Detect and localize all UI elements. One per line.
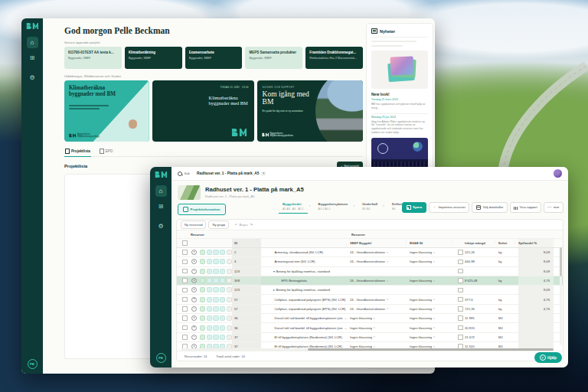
row-flag-checkbox[interactable] — [458, 269, 463, 274]
tab-projektlista[interactable]: Projektlista — [64, 147, 91, 157]
sbef-dropdown[interactable]: ▾ — [350, 289, 410, 292]
horizontal-scrollbar[interactable] — [181, 348, 554, 351]
link-icon[interactable] — [213, 250, 218, 255]
search-control[interactable]: Sök — [178, 172, 190, 176]
row-flag-checkbox[interactable] — [458, 250, 463, 255]
note-icon[interactable] — [220, 306, 225, 312]
duplicate-icon[interactable] — [207, 259, 212, 264]
sbef-dropdown[interactable]: 24 - Grundkonstruktioner ▾ — [350, 279, 410, 283]
scrollbar-thumb[interactable] — [560, 247, 562, 276]
table-row[interactable]: 57 Cellplast, expanderad polystyren (EPS… — [177, 295, 563, 304]
link-icon[interactable] — [213, 269, 218, 274]
history-clock-icon[interactable] — [191, 269, 197, 274]
project-card[interactable]: Klimatberäkning Byggnader, SBEF — [125, 47, 182, 69]
bsab-dropdown[interactable]: Ingen klassning ▾ — [410, 298, 456, 302]
column-qty[interactable]: Inköpt mängd — [465, 241, 498, 245]
duplicate-icon[interactable] — [207, 325, 212, 331]
row-flag-checkbox[interactable] — [458, 315, 463, 321]
phase-step[interactable]: Underhåll B2-B4 — [358, 201, 381, 213]
duplicate-icon[interactable] — [207, 250, 212, 255]
sbef-dropdown[interactable]: 24 - Grundkonstruktioner ▾ — [350, 250, 410, 254]
row-flag-checkbox[interactable] — [458, 306, 463, 312]
row-checkbox[interactable] — [182, 297, 188, 302]
bsab-dropdown[interactable]: Ingen klassning ▾ — [410, 307, 456, 311]
link-icon[interactable] — [213, 287, 218, 292]
toolbar-button[interactable]: Importera resurser — [429, 202, 470, 213]
sbef-dropdown[interactable]: Ingen klassning ▾ — [350, 316, 410, 320]
scrollbar-thumb[interactable] — [308, 348, 554, 351]
column-sbef[interactable]: SBEF Byggdel — [350, 241, 410, 245]
bsab-dropdown[interactable]: Ingen klassning ▾ — [410, 335, 456, 339]
settings-gear-icon[interactable]: ⚙ — [27, 72, 38, 83]
link-icon[interactable] — [213, 278, 218, 283]
history-clock-icon[interactable] — [191, 325, 197, 331]
table-row[interactable]: 57 Cellplast, expanderad polystyren (EPS… — [177, 305, 563, 314]
row-checkbox[interactable] — [182, 306, 188, 312]
more-row-icon[interactable] — [227, 287, 232, 292]
row-checkbox[interactable] — [182, 278, 188, 283]
row-flag-checkbox[interactable] — [458, 260, 463, 265]
add-comment-icon[interactable] — [200, 335, 205, 340]
projects-grid-icon[interactable]: ⊞ — [27, 52, 38, 64]
more-row-icon[interactable] — [227, 297, 232, 302]
history-clock-icon[interactable] — [191, 297, 197, 302]
more-row-icon[interactable] — [227, 325, 232, 331]
note-icon[interactable] — [220, 278, 225, 283]
table-row[interactable]: 36 Diesel inkl std bioinbl. till byggarb… — [177, 323, 563, 332]
column-unit[interactable]: Enhet — [498, 241, 518, 245]
history-clock-icon[interactable] — [191, 335, 197, 340]
sbef-dropdown[interactable]: Ingen klassning ▾ — [350, 326, 410, 330]
row-flag-checkbox[interactable] — [458, 335, 463, 340]
link-icon[interactable] — [213, 325, 218, 331]
note-icon[interactable] — [220, 325, 225, 331]
account-avatar[interactable] — [554, 169, 562, 178]
undo-button[interactable]: Ångra — [235, 223, 247, 227]
phase-step[interactable]: Byggskedet A1-A3 A4 A5.1 — [279, 201, 308, 214]
add-comment-icon[interactable] — [200, 269, 205, 274]
duplicate-icon[interactable] — [207, 278, 212, 283]
table-row[interactable]: 308 EPD Betongplatta 24 - Grundkonstrukt… — [177, 276, 563, 286]
projektinformation-button[interactable]: Projektinformation — [178, 204, 226, 215]
more-row-icon[interactable] — [227, 306, 232, 312]
add-comment-icon[interactable] — [200, 287, 205, 292]
select-all-checkbox[interactable] — [182, 240, 188, 246]
toolbar-button[interactable]: Välj datakällor — [472, 202, 508, 213]
bsab-dropdown[interactable]: Ingen klassning ▾ — [410, 260, 456, 263]
bsab-dropdown[interactable]: Ingen klassning ▾ — [410, 316, 456, 320]
add-comment-icon[interactable] — [200, 306, 205, 312]
history-clock-icon[interactable] — [191, 287, 197, 292]
row-checkbox[interactable] — [182, 288, 188, 293]
table-row[interactable]: 3 Armeringsnät mm (SV, LCR) 24 - Grundko… — [177, 257, 563, 266]
phase-step[interactable]: Byggarbetsplatsen A5.2-A5.5 — [315, 201, 352, 213]
note-icon[interactable] — [220, 250, 225, 255]
note-icon[interactable] — [220, 335, 225, 340]
link-icon[interactable] — [213, 297, 218, 302]
row-checkbox[interactable] — [182, 269, 188, 274]
sbef-dropdown[interactable]: ▾ — [350, 270, 410, 273]
new-resource-row-button[interactable]: Ny resursrad — [181, 220, 206, 229]
row-flag-checkbox[interactable] — [458, 325, 463, 331]
tab-epd[interactable]: EPD — [99, 147, 113, 156]
add-comment-icon[interactable] — [200, 259, 205, 264]
settings-gear-icon[interactable]: ⚙ — [155, 220, 167, 232]
project-card[interactable]: MEPS Samansatta produkter Byggnader, SBE… — [245, 47, 302, 69]
add-comment-icon[interactable] — [200, 278, 205, 283]
help-button[interactable]: ? Hjälp — [534, 352, 562, 363]
table-row[interactable]: 123 ▾Betong för bjälklag inomhus, standa… — [177, 267, 563, 276]
toolbar-button[interactable]: Visa rapport — [510, 202, 541, 213]
home-icon[interactable]: ⌂ — [27, 37, 38, 48]
row-checkbox[interactable] — [182, 335, 188, 340]
bsab-dropdown[interactable]: ▾ — [410, 270, 456, 273]
link-icon[interactable] — [213, 306, 218, 312]
add-comment-icon[interactable] — [200, 325, 205, 331]
bsab-dropdown[interactable]: ▾ — [410, 289, 456, 292]
toolbar-button[interactable]: mer — [544, 202, 564, 213]
group-caret-icon[interactable]: ▾ — [273, 270, 275, 273]
link-icon[interactable] — [213, 315, 218, 321]
add-comment-icon[interactable] — [200, 250, 205, 255]
toolbar-button[interactable]: Spara — [402, 202, 426, 213]
bsab-dropdown[interactable]: Ingen klassning ▾ — [410, 326, 456, 330]
row-checkbox[interactable] — [182, 315, 188, 321]
row-checkbox[interactable] — [182, 250, 188, 255]
note-icon[interactable] — [220, 287, 225, 292]
